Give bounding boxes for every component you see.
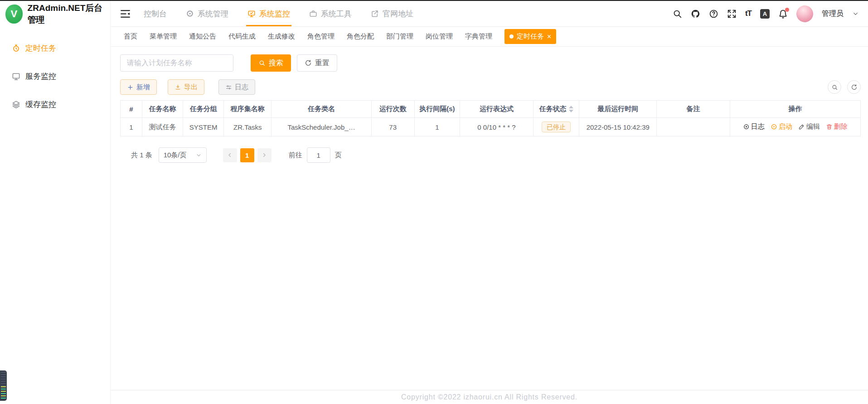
row-edit-link[interactable]: 编辑 bbox=[798, 122, 820, 131]
tab-dict-manage[interactable]: 字典管理 bbox=[465, 32, 492, 41]
toggle-search-button[interactable] bbox=[828, 80, 841, 94]
row-start-link[interactable]: 启动 bbox=[771, 122, 792, 131]
bell-icon[interactable] bbox=[778, 9, 788, 19]
nav-item-label: 系统管理 bbox=[198, 9, 228, 19]
nav-item-label: 官网地址 bbox=[383, 9, 413, 19]
row-log-link[interactable]: 日志 bbox=[743, 122, 765, 131]
log-button-label: 日志 bbox=[235, 83, 248, 92]
nav-item-label: 系统监控 bbox=[259, 9, 290, 19]
user-name[interactable]: 管理员 bbox=[822, 9, 844, 19]
table-toolbar: 新增 导出 日志 bbox=[120, 79, 861, 95]
nav-item-console[interactable]: 控制台 bbox=[144, 1, 167, 26]
col-last-run: 最后运行时间 bbox=[579, 101, 657, 118]
col-status-sortable[interactable]: 任务状态 bbox=[533, 101, 579, 118]
page-size-select[interactable]: 10条/页 bbox=[159, 147, 207, 163]
nav-item-system-manage[interactable]: 系统管理 bbox=[186, 1, 228, 26]
tab-label: 定时任务 bbox=[517, 32, 544, 41]
fullscreen-icon[interactable] bbox=[727, 9, 737, 19]
tasks-table: # 任务名称 任务分组 程序集名称 任务类名 运行次数 执行间隔(s) 运行表达… bbox=[120, 100, 861, 136]
help-icon[interactable] bbox=[709, 9, 718, 19]
nav-item-official-site[interactable]: 官网地址 bbox=[371, 1, 413, 26]
cell-assembly: ZR.Tasks bbox=[224, 118, 272, 136]
sidebar-item-scheduled-tasks[interactable]: 定时任务 bbox=[0, 34, 110, 62]
add-button[interactable]: 新增 bbox=[120, 79, 157, 95]
sidebar-collapse-icon[interactable] bbox=[120, 8, 131, 19]
current-page-button[interactable]: 1 bbox=[240, 148, 254, 162]
nav-item-system-tools[interactable]: 系统工具 bbox=[309, 1, 352, 26]
task-name-input[interactable] bbox=[120, 54, 233, 72]
tab-dept-manage[interactable]: 部门管理 bbox=[386, 32, 413, 41]
docked-widget-equalizer bbox=[1, 386, 6, 399]
sidebar-item-service-monitor[interactable]: 服务监控 bbox=[0, 62, 110, 90]
chevron-down-icon bbox=[196, 152, 202, 158]
cell-index: 1 bbox=[121, 118, 142, 136]
notification-badge bbox=[785, 8, 789, 12]
tab-notice[interactable]: 通知公告 bbox=[189, 32, 216, 41]
page-content: 搜索 重置 新增 导出 bbox=[111, 47, 868, 390]
log-button[interactable]: 日志 bbox=[218, 79, 255, 95]
chevron-down-icon[interactable] bbox=[852, 10, 859, 17]
close-icon[interactable]: × bbox=[547, 33, 551, 40]
table-utility-buttons bbox=[828, 80, 861, 94]
tab-home[interactable]: 首页 bbox=[124, 32, 137, 41]
col-status-label: 任务状态 bbox=[539, 105, 567, 113]
trash-icon bbox=[826, 123, 833, 130]
monitor-icon bbox=[12, 72, 20, 81]
refresh-icon bbox=[305, 59, 312, 67]
search-button[interactable]: 搜索 bbox=[251, 54, 291, 72]
status-badge: 已停止 bbox=[542, 122, 571, 132]
github-icon[interactable] bbox=[691, 9, 700, 19]
prev-page-button[interactable] bbox=[223, 148, 237, 162]
plus-icon bbox=[127, 84, 134, 91]
add-button-label: 新增 bbox=[136, 83, 150, 92]
app-title: ZRAdmin.NET后台管理 bbox=[28, 2, 110, 26]
refresh-table-button[interactable] bbox=[847, 80, 861, 94]
next-page-button[interactable] bbox=[257, 148, 272, 162]
col-run-count: 运行次数 bbox=[371, 101, 414, 118]
row-edit-label: 编辑 bbox=[806, 122, 820, 131]
goto-page-input[interactable] bbox=[307, 147, 330, 163]
col-task-name: 任务名称 bbox=[142, 101, 183, 118]
app-logo: V bbox=[5, 5, 23, 24]
tab-role-manage[interactable]: 角色管理 bbox=[307, 32, 335, 41]
search-icon[interactable] bbox=[673, 9, 682, 19]
cell-run-count: 73 bbox=[371, 118, 414, 136]
font-size-icon[interactable]: tT bbox=[745, 9, 752, 18]
nav-item-system-monitor[interactable]: 系统监控 bbox=[247, 1, 290, 26]
sidebar-item-label: 定时任务 bbox=[25, 43, 56, 54]
avatar[interactable] bbox=[796, 5, 813, 22]
tab-code-gen[interactable]: 代码生成 bbox=[228, 32, 256, 41]
tab-gen-edit[interactable]: 生成修改 bbox=[268, 32, 295, 41]
sidebar-item-cache-monitor[interactable]: 缓存监控 bbox=[0, 90, 110, 118]
copyright-text: Copyright ©2022 izhaorui.cn All Rights R… bbox=[401, 393, 577, 401]
brand[interactable]: V ZRAdmin.NET后台管理 bbox=[0, 1, 110, 27]
cell-last-run: 2022-05-15 10:42:39 bbox=[579, 118, 657, 136]
reset-button[interactable]: 重置 bbox=[297, 54, 337, 72]
translate-icon[interactable]: A bbox=[760, 9, 770, 19]
tab-scheduled-tasks-active[interactable]: 定时任务 × bbox=[504, 29, 556, 44]
cell-expression: 0 0/10 * * * ? bbox=[460, 118, 533, 136]
sidebar: V ZRAdmin.NET后台管理 定时任务 服务监控 缓存监控 bbox=[0, 1, 111, 404]
layers-icon bbox=[12, 100, 20, 109]
sort-carets-icon[interactable] bbox=[569, 106, 573, 112]
chevron-right-icon bbox=[261, 152, 267, 158]
active-dot-icon bbox=[509, 34, 514, 39]
filter-row: 搜索 重置 bbox=[120, 54, 861, 72]
external-link-icon bbox=[371, 10, 379, 18]
tab-role-assign[interactable]: 角色分配 bbox=[347, 32, 374, 41]
view-icon bbox=[743, 123, 750, 130]
row-log-label: 日志 bbox=[751, 122, 765, 131]
row-delete-link[interactable]: 删除 bbox=[826, 122, 848, 131]
table-row[interactable]: 1 测试任务 SYSTEM ZR.Tasks TaskScheduler.Job… bbox=[121, 118, 861, 136]
export-button[interactable]: 导出 bbox=[168, 79, 204, 95]
tab-post-manage[interactable]: 岗位管理 bbox=[426, 32, 453, 41]
cell-task-name: 测试任务 bbox=[142, 118, 183, 136]
download-icon bbox=[175, 84, 181, 91]
page-unit-label: 页 bbox=[335, 151, 342, 160]
timer-icon bbox=[12, 44, 20, 53]
tab-menu-manage[interactable]: 菜单管理 bbox=[150, 32, 177, 41]
app-window: V ZRAdmin.NET后台管理 定时任务 服务监控 缓存监控 bbox=[0, 0, 868, 404]
search-icon bbox=[258, 59, 266, 67]
docked-widget[interactable] bbox=[0, 370, 7, 401]
cell-interval: 1 bbox=[414, 118, 460, 136]
